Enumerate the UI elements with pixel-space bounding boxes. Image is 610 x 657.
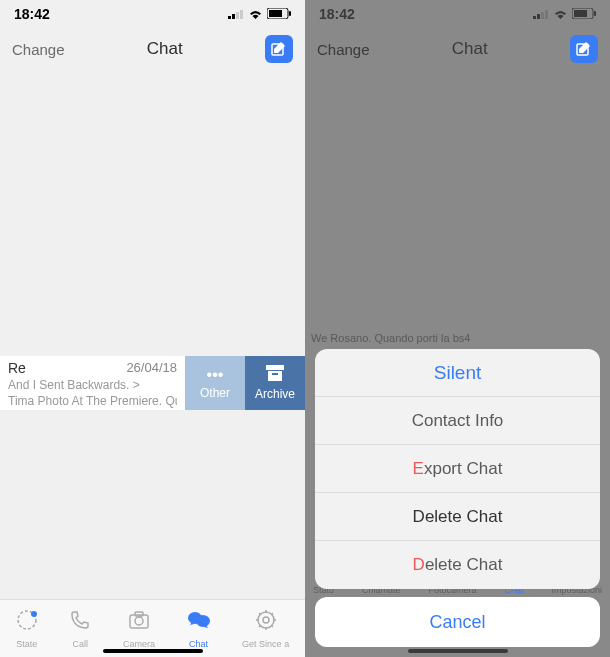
svg-rect-9 (268, 371, 282, 381)
status-time: 18:42 (14, 6, 50, 22)
tab-chat-label: Chat (189, 639, 208, 649)
svg-rect-0 (228, 16, 231, 19)
svg-rect-1 (232, 14, 235, 19)
status-bar: 18:42 (0, 0, 305, 28)
chat-name: Re (8, 360, 26, 376)
svg-point-17 (196, 615, 210, 627)
action-sheet: Silent Contact Info Export Chat Delete C… (315, 349, 600, 647)
swipe-other-button[interactable]: ••• Other (185, 356, 245, 410)
sheet-silent[interactable]: Silent (315, 349, 600, 397)
tab-camera[interactable]: Camera (123, 609, 155, 649)
archive-icon (266, 365, 284, 385)
tab-chat[interactable]: Chat (187, 609, 211, 649)
svg-point-14 (135, 617, 143, 625)
battery-icon (267, 6, 291, 22)
chat-preview-line2: Tima Photo At The Premiere. Ques... (8, 394, 177, 408)
tab-settings-label: Get Since a (242, 639, 289, 649)
chat-row-swiped[interactable]: Re 26/04/18 And I Sent Backwards. > Tima… (0, 356, 305, 410)
svg-rect-5 (269, 10, 282, 17)
sheet-contact-info[interactable]: Contact Info (315, 397, 600, 445)
svg-rect-20 (533, 16, 536, 19)
sheet-cancel[interactable]: Cancel (315, 597, 600, 647)
wifi-icon (248, 6, 263, 22)
right-screenshot: 18:42 Change Chat We Rosano. Quando port… (305, 0, 610, 657)
compose-button[interactable] (265, 35, 293, 63)
compose-button[interactable] (570, 35, 598, 63)
svg-rect-2 (236, 12, 239, 19)
svg-rect-15 (135, 612, 143, 616)
chat-bubbles-icon (187, 609, 211, 637)
phone-icon (69, 609, 91, 637)
status-icons (533, 6, 596, 22)
more-icon: ••• (207, 366, 224, 384)
nav-title: Chat (147, 39, 183, 59)
swipe-archive-button[interactable]: Archive (245, 356, 305, 410)
svg-rect-3 (240, 10, 243, 19)
tab-camera-label: Camera (123, 639, 155, 649)
chat-row-info[interactable]: Re 26/04/18 And I Sent Backwards. > Tima… (0, 356, 185, 410)
bg-chat-preview: We Rosano. Quando porti la bs4 (305, 330, 610, 350)
svg-rect-25 (574, 10, 587, 17)
left-screenshot: 18:42 Change Chat Re 26/04/18 (0, 0, 305, 657)
change-button[interactable]: Change (317, 41, 370, 58)
home-indicator[interactable] (408, 649, 508, 653)
tab-state[interactable]: State (16, 609, 38, 649)
svg-point-19 (263, 617, 269, 623)
gear-icon (255, 609, 277, 637)
nav-bar: Change Chat (0, 28, 305, 70)
camera-icon (128, 609, 150, 637)
tab-settings[interactable]: Get Since a (242, 609, 289, 649)
nav-bar: Change Chat (305, 28, 610, 70)
svg-rect-23 (545, 10, 548, 19)
status-circle-icon (16, 609, 38, 637)
svg-rect-6 (289, 11, 291, 16)
swipe-other-label: Other (200, 386, 230, 400)
battery-icon (572, 6, 596, 22)
action-sheet-group: Silent Contact Info Export Chat Delete C… (315, 349, 600, 589)
svg-rect-22 (541, 12, 544, 19)
sheet-export-chat[interactable]: Export Chat (315, 445, 600, 493)
swipe-archive-label: Archive (255, 387, 295, 401)
chat-date: 26/04/18 (126, 360, 177, 376)
nav-title: Chat (452, 39, 488, 59)
tab-call[interactable]: Call (69, 609, 91, 649)
chat-preview-line1: And I Sent Backwards. > (8, 378, 177, 392)
svg-rect-10 (272, 373, 278, 375)
signal-icon (533, 6, 549, 22)
change-button[interactable]: Change (12, 41, 65, 58)
svg-rect-21 (537, 14, 540, 19)
wifi-icon (553, 6, 568, 22)
svg-point-12 (31, 611, 37, 617)
sheet-delete-chat[interactable]: Delete Chat (315, 493, 600, 541)
status-time: 18:42 (319, 6, 355, 22)
home-indicator[interactable] (103, 649, 203, 653)
status-bar: 18:42 (305, 0, 610, 28)
status-icons (228, 6, 291, 22)
svg-rect-8 (266, 365, 284, 370)
signal-icon (228, 6, 244, 22)
tab-state-label: State (16, 639, 37, 649)
tab-call-label: Call (73, 639, 89, 649)
sheet-delete-chat-2[interactable]: Delete Chat (315, 541, 600, 589)
chat-list: Re 26/04/18 And I Sent Backwards. > Tima… (0, 70, 305, 599)
svg-rect-26 (594, 11, 596, 16)
chat-list-dimmed: We Rosano. Quando porti la bs4 Stato Chi… (305, 70, 610, 657)
